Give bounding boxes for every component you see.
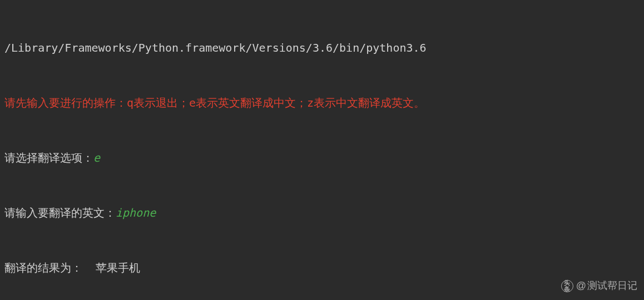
watermark: 头条 @ 测试帮日记 xyxy=(561,278,637,294)
result-value: 苹果手机 xyxy=(96,261,140,274)
select-line-1: 请选择翻译选项：e xyxy=(4,149,640,167)
input-en-prompt: 请输入要翻译的英文： xyxy=(4,206,116,219)
watermark-logo-icon: 头条 xyxy=(561,280,573,292)
result-line-1: 翻译的结果为： 苹果手机 xyxy=(4,259,640,277)
user-input-text: iphone xyxy=(116,206,156,219)
watermark-at: @ xyxy=(576,278,586,294)
instruction-line: 请先输入要进行的操作：q表示退出；e表示英文翻译成中文；z表示中文翻译成英文。 xyxy=(4,94,640,112)
input-line-1: 请输入要翻译的英文：iphone xyxy=(4,204,640,222)
select-prompt: 请选择翻译选项： xyxy=(4,151,93,164)
terminal-output: /Library/Frameworks/Python.framework/Ver… xyxy=(4,2,640,300)
user-input-option: e xyxy=(93,151,100,164)
watermark-name: 测试帮日记 xyxy=(587,278,637,294)
python-path: /Library/Frameworks/Python.framework/Ver… xyxy=(4,39,640,57)
result-prompt: 翻译的结果为： xyxy=(4,261,96,274)
